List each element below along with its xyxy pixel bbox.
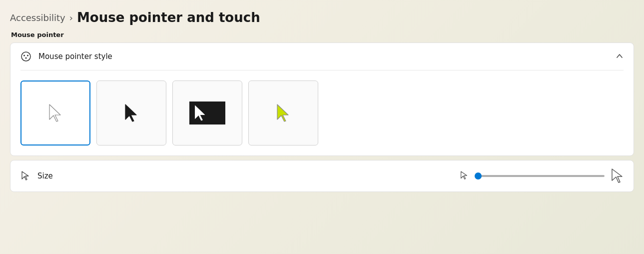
section-label: Mouse pointer — [10, 31, 634, 38]
inverted-cursor-icon — [193, 104, 207, 122]
pointer-style-white[interactable] — [20, 80, 90, 146]
inverted-wrapper — [189, 102, 225, 124]
mouse-pointer-style-header[interactable]: Mouse pointer style — [10, 43, 634, 70]
size-small-indicator-icon — [460, 171, 469, 181]
pointer-style-custom[interactable] — [248, 80, 318, 146]
size-small-cursor-icon — [20, 171, 30, 181]
custom-cursor-icon — [275, 104, 291, 122]
pointer-style-dark[interactable] — [96, 80, 166, 146]
pointer-style-inverted[interactable] — [172, 80, 242, 146]
chevron-up-icon — [616, 52, 624, 62]
header-left: Mouse pointer style — [20, 51, 112, 62]
mouse-pointer-style-card: Mouse pointer style — [10, 42, 634, 156]
size-slider[interactable] — [475, 175, 605, 177]
size-right — [460, 168, 624, 184]
slider-thumb[interactable] — [475, 172, 482, 180]
svg-point-0 — [21, 52, 30, 61]
inverted-bg — [189, 102, 225, 124]
breadcrumb-parent[interactable]: Accessibility — [10, 12, 65, 23]
svg-point-1 — [23, 55, 25, 56]
dark-cursor-icon — [123, 104, 139, 122]
svg-point-2 — [27, 55, 28, 56]
breadcrumb: Accessibility › Mouse pointer and touch — [10, 10, 634, 25]
size-left: Size — [20, 171, 53, 181]
size-label: Size — [37, 172, 53, 180]
size-row: Size — [10, 160, 634, 192]
size-large-indicator-icon — [611, 168, 624, 184]
palette-icon — [20, 51, 31, 62]
pointer-style-title: Mouse pointer style — [38, 52, 112, 61]
pointer-styles-container — [10, 70, 634, 156]
breadcrumb-separator: › — [69, 12, 73, 23]
svg-point-3 — [25, 58, 27, 59]
size-card: Size — [10, 160, 634, 192]
white-cursor-icon — [47, 104, 63, 122]
breadcrumb-current: Mouse pointer and touch — [77, 10, 260, 25]
